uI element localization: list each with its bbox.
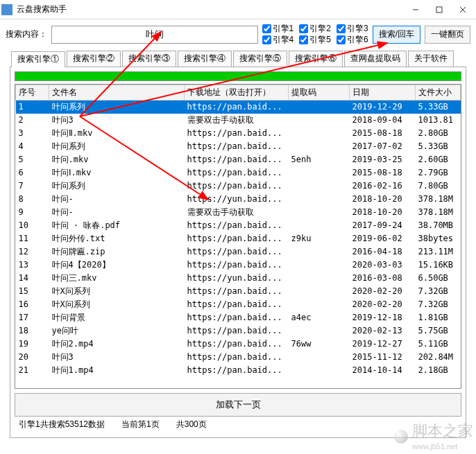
col-code[interactable]: 提取码 xyxy=(289,85,350,100)
results-table[interactable]: 序号 文件名 下载地址（双击打开） 提取码 日期 文件大小 1叶问系列https… xyxy=(15,84,461,389)
maximize-button[interactable] xyxy=(427,1,451,19)
table-row[interactable]: 10叶问 · 咏春.pdfhttps://pan.baid...2017-09-… xyxy=(16,219,461,232)
table-row[interactable]: 15叶X问系列https://pan.baid...2020-02-207.32… xyxy=(16,285,461,298)
table-row[interactable]: 14叶问三.mkvhttps://yun.baid...2016-03-086.… xyxy=(16,272,461,285)
tabs: 搜索引擎①搜索引擎②搜索引擎③搜索引擎④搜索引擎⑤搜索引擎⑥查网盘提取码关于软件 xyxy=(0,51,476,67)
engine-checkbox-3[interactable]: 引擎3 xyxy=(337,24,368,35)
col-name[interactable]: 文件名 xyxy=(49,85,185,100)
close-button[interactable] xyxy=(451,1,475,19)
tab-3[interactable]: 搜索引擎③ xyxy=(122,51,176,67)
progress-bar xyxy=(15,71,461,81)
table-row[interactable]: 1叶问系列https://pan.baid...2019-12-295.33GB xyxy=(16,100,461,114)
tab-6[interactable]: 搜索引擎⑥ xyxy=(289,51,343,67)
tab-1[interactable]: 搜索引擎① xyxy=(11,51,65,67)
status-pages: 共300页 xyxy=(176,419,207,430)
status-total: 引擎1共搜索53512数据 xyxy=(19,419,105,430)
table-row[interactable]: 17叶问背景https://pan.baid...a4ec2019-12-181… xyxy=(16,311,461,324)
engine-checkbox-5[interactable]: 引擎5 xyxy=(299,35,331,46)
table-row[interactable]: 7叶问系列https://pan.baid...2016-02-167.80GB xyxy=(16,180,461,193)
engine-checkbox-2[interactable]: 引擎2 xyxy=(299,24,331,35)
table-row[interactable]: 9叶问-需要双击手动获取2018-10-20378.18M xyxy=(16,206,461,219)
search-input[interactable] xyxy=(51,26,258,44)
tab-7[interactable]: 查网盘提取码 xyxy=(344,51,407,67)
table-row[interactable]: 18ye问叶https://pan.baid...2020-02-135.75G… xyxy=(16,324,461,338)
tab-4[interactable]: 搜索引擎④ xyxy=(178,51,232,67)
load-more-button[interactable]: 加载下一页 xyxy=(15,393,461,417)
results-panel: 序号 文件名 下载地址（双击打开） 提取码 日期 文件大小 1叶问系列https… xyxy=(10,67,466,438)
col-date[interactable]: 日期 xyxy=(350,85,416,100)
col-seq[interactable]: 序号 xyxy=(16,85,49,100)
engine-checkbox-6[interactable]: 引擎6 xyxy=(337,35,368,46)
status-bar: 引擎1共搜索53512数据 当前第1页 共300页 xyxy=(15,417,461,433)
col-url[interactable]: 下载地址（双击打开） xyxy=(185,85,289,100)
engine-checkbox-4[interactable]: 引擎4 xyxy=(262,35,294,46)
table-row[interactable]: 8叶问-https://yun.baid...2018-10-20378.18M xyxy=(16,193,461,206)
search-button[interactable]: 搜索/回车 xyxy=(373,26,420,44)
tab-8[interactable]: 关于软件 xyxy=(408,51,454,67)
search-label: 搜索内容： xyxy=(6,29,47,40)
table-row[interactable]: 2叶问3需要双击手动获取2018-09-041013.81 xyxy=(16,114,461,127)
table-row[interactable]: 21叶问1.mp4https://pan.baid...2014-10-142.… xyxy=(16,364,461,377)
window-titlebar: 云盘搜索助手 xyxy=(0,0,476,19)
engine-checkbox-1[interactable]: 引擎1 xyxy=(262,24,294,35)
app-icon xyxy=(1,4,12,15)
minimize-button[interactable] xyxy=(404,1,427,19)
status-page: 当前第1页 xyxy=(121,419,160,430)
engine-checkboxes: 引擎1引擎2引擎3引擎4引擎5引擎6 xyxy=(262,24,368,45)
table-row[interactable]: 12叶问牌匾.ziphttps://pan.baid...2016-04-182… xyxy=(16,245,461,259)
search-row: 搜索内容： 引擎1引擎2引擎3引擎4引擎5引擎6 搜索/回车 一键翻页 xyxy=(0,19,476,49)
table-row[interactable]: 5叶问.mkvhttps://pan.baid...5enh2019-03-25… xyxy=(16,153,461,166)
table-row[interactable]: 3叶问Ⅱ.mkvhttps://pan.baid...2015-08-182.8… xyxy=(16,127,461,140)
flip-page-button[interactable]: 一键翻页 xyxy=(425,26,470,44)
tab-5[interactable]: 搜索引擎⑤ xyxy=(233,51,287,67)
tab-2[interactable]: 搜索引擎② xyxy=(67,51,121,67)
table-row[interactable]: 13叶问4【2020】https://pan.baid...2020-03-03… xyxy=(16,259,461,272)
table-row[interactable]: 16叶X问系列https://pan.baid...2020-02-207.32… xyxy=(16,298,461,311)
svg-rect-1 xyxy=(436,7,442,12)
col-size[interactable]: 文件大小 xyxy=(416,85,461,100)
table-row[interactable]: 6叶问Ⅰ.mkvhttps://pan.baid...2015-08-182.7… xyxy=(16,166,461,180)
table-row[interactable]: 4叶问系列https://pan.baid...2017-07-025.33GB xyxy=(16,140,461,153)
table-row[interactable]: 20叶问3https://pan.baid...2015-11-12202.84… xyxy=(16,351,461,364)
watermark-url: www.jb51.net xyxy=(412,442,473,451)
table-row[interactable]: 19叶问2.mp4https://pan.baid...76ww2019-12-… xyxy=(16,338,461,351)
table-row[interactable]: 11叶问外传.txthttps://pan.baid...z9ku2019-06… xyxy=(16,232,461,245)
window-title: 云盘搜索助手 xyxy=(17,4,404,15)
